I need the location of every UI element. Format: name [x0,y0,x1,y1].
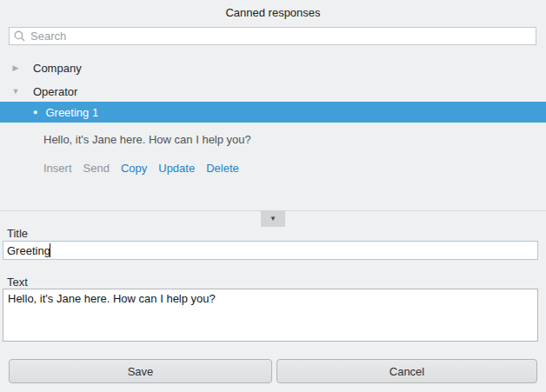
tree-group-operator[interactable]: ▼ Operator [0,83,546,100]
collapse-editor-button[interactable]: ▼ [261,210,285,227]
send-button: Send [83,162,110,175]
save-button[interactable]: Save [9,359,272,383]
text-textarea[interactable]: Hello, it's Jane here. How can I help yo… [3,289,538,342]
chevron-down-icon[interactable]: ▼ [10,87,22,96]
text-caret [50,243,50,257]
bullet-icon: ● [33,108,37,116]
search-box[interactable] [9,27,536,45]
page-title: Canned responses [0,6,546,19]
triangle-down-icon: ▼ [270,215,276,223]
chevron-right-icon[interactable]: ▶ [10,63,22,72]
search-icon [14,30,25,42]
cancel-button[interactable]: Cancel [276,359,537,383]
insert-button: Insert [43,162,72,175]
text-label: Text [7,276,28,289]
response-preview-text: Hello, it's Jane here. How can I help yo… [43,133,251,146]
tree-item-label: Greeting 1 [45,106,98,119]
title-label: Title [7,227,28,240]
canned-responses-panel: Canned responses ▶ Company ▼ Operator ● … [0,0,546,392]
update-button[interactable]: Update [158,162,195,175]
tree-group-company[interactable]: ▶ Company [0,59,546,76]
copy-button[interactable]: Copy [121,162,147,175]
tree-group-label: Operator [33,85,77,98]
delete-button[interactable]: Delete [206,162,239,175]
search-input[interactable] [30,29,536,43]
tree-group-label: Company [33,62,82,75]
title-input[interactable] [3,241,538,260]
tree-item-greeting-1[interactable]: ● Greeting 1 [0,102,546,123]
response-actions: Insert Send Copy Update Delete [43,162,239,175]
